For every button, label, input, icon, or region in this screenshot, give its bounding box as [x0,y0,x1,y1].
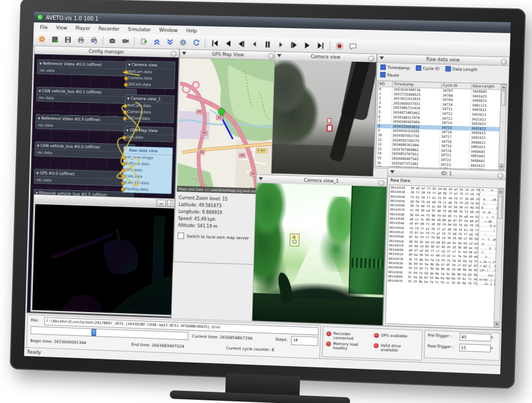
warning-sign [289,234,300,247]
play-backward-icon[interactable] [221,37,235,50]
pre-trigger-input[interactable] [460,333,491,341]
panel-dock-button[interactable] [368,55,374,61]
app-window: AVETO.vis 1.0 100.1 FileViewPlayerRecord… [24,12,511,374]
hex-data-panel: ID: 1 Raw Data: 0014352858 a5 a7 f1 93 3… [383,168,506,331]
menu-recorder[interactable]: Recorder [94,25,124,33]
panel-collapse-icon[interactable] [259,177,263,180]
save-icon[interactable] [61,34,74,46]
dashboard-silhouette [252,293,383,325]
config-node-view[interactable]: ▼Raw data viewref_cam.imageRefCam.dataGP… [122,146,173,194]
road-ref-badge: A8 [201,131,207,136]
pause-icon[interactable] [261,38,274,51]
menu-simulator[interactable]: Simulator [123,26,155,34]
status-light: GPS available [374,333,419,343]
filter-timestamp[interactable]: Timestamp [380,64,410,70]
filter-data-length[interactable]: Data Length [445,66,477,72]
export-data-icon[interactable] [137,35,149,47]
checkbox-icon[interactable] [445,66,451,71]
current-time: Current time: 2656854867296 [192,334,253,341]
status-light: Memory load healthy [326,341,371,351]
print-preview-icon[interactable] [87,34,100,46]
camera1-image [252,183,386,325]
play-icon[interactable] [301,39,314,52]
collapse-all-icon[interactable] [150,35,163,47]
status-text: Ready [27,349,41,355]
truck-silhouette [348,186,387,295]
pre-trigger-label: Pre-Trigger : [428,333,452,339]
app-icon [37,14,44,20]
settings-gear-icon[interactable] [35,32,48,45]
panel-collapse-icon[interactable] [182,52,186,55]
jump-end-icon[interactable] [314,39,327,52]
print-icon[interactable] [74,34,87,46]
cycle-counter: Current cycle counter: 8 [226,346,275,352]
scrollbar-thumb[interactable] [498,196,503,219]
menu-window[interactable]: Window [155,26,182,34]
status-lights: Recorder connectedGPS availableMemory lo… [322,327,422,358]
panel-dock-button[interactable] [378,180,384,186]
toolbar-separator [103,36,103,45]
reload-icon[interactable] [189,36,202,48]
checkbox-icon[interactable] [380,72,385,77]
snapshot-camera-icon[interactable] [105,34,118,46]
raw-data-table[interactable]: NOTimestampCycle IDData Length0265363930… [375,80,501,170]
checkbox-icon[interactable] [415,65,421,71]
import-project-icon[interactable] [48,33,61,45]
toolbar-separator [329,41,330,50]
panel-collapse-icon[interactable] [379,56,384,60]
scroll-down-arrow[interactable]: ▼ [495,322,499,327]
menu-player[interactable]: Player [71,24,95,32]
status-light: Recorder connected [326,331,371,341]
panel-collapse-icon[interactable] [277,54,281,57]
scrollbar-thumb[interactable] [501,91,506,106]
step-backward-icon[interactable] [235,37,248,50]
point-cloud-view[interactable] [32,204,179,316]
frame-backward-icon[interactable] [247,38,261,51]
post-trigger-input[interactable] [459,344,491,352]
scroll-up-arrow[interactable]: ▲ [502,84,506,90]
panel-dock-button[interactable] [501,59,507,64]
config-node-source[interactable]: ▼Reference Video #0.3 (offline)rec.data [36,114,136,131]
config-node-view[interactable]: ▼Camera viewRefCam.dataCamera.data3DCam.… [126,61,176,89]
config-node-view[interactable]: ▼Camera view_1RefCam.dataCamera.data3DCa… [124,94,174,123]
jump-start-icon[interactable] [208,37,221,49]
menu-view[interactable]: View [52,24,71,32]
raw-data-label: Raw Data: [390,178,411,183]
video-camera-icon[interactable] [119,35,131,47]
minimize-button[interactable]: ▁ [156,199,166,206]
record-icon[interactable] [332,39,346,52]
panel-dock-button[interactable] [171,51,177,57]
scroll-down-arrow[interactable]: ▼ [500,164,504,170]
config-manager-panel: Config manager ▼Reference Video #0.0 (of… [27,46,180,318]
monitor-rig: AVETO.vis 1.0 100.1 FileViewPlayerRecord… [0,0,532,403]
step-forward-icon[interactable] [287,38,301,51]
config-node-view[interactable]: ▼GPS Map ViewGPS.data [124,126,174,142]
3d-view-window[interactable]: ▁ ▢ ✕ [30,194,179,318]
preferences-gear-icon[interactable] [177,36,189,48]
road-ref-badge: A8 [238,153,245,158]
panel-dock-button[interactable] [268,53,274,59]
config-node-source[interactable]: ▼Reference Video #0.0 (offline)rec.data [37,59,138,76]
config-node-source[interactable]: ▼GPS #0.0 (offline)rec.data [34,169,135,186]
checkbox-icon[interactable] [380,64,386,70]
osm-server-checkbox-label: Switch to local osm map server [187,234,249,241]
road-ref-badge: A8 [196,109,203,114]
steps-input[interactable] [291,336,319,346]
panel-dock-button[interactable] [497,173,504,179]
filter-pause[interactable]: Pause [380,72,399,78]
chat-icon[interactable] [346,40,359,53]
scroll-up-arrow[interactable]: ▲ [498,188,503,194]
hex-dump[interactable]: 0014352858 a5 a7 f1 93 34 02 b5 af 91 1b… [385,185,498,328]
timeline-thumb[interactable] [92,329,96,336]
begin-time: Begin time: 2653690091344 [30,339,87,346]
config-node-source[interactable]: ▼CAN vehicle_bus #0.0 (offline)rec.data [35,142,135,159]
screen: AVETO.vis 1.0 100.1 FileViewPlayerRecord… [24,12,511,374]
panel-collapse-icon[interactable] [390,170,394,174]
expand-all-icon[interactable] [163,36,176,48]
osm-server-checkbox[interactable] [178,233,184,239]
filter-cycle-id[interactable]: Cycle ID [415,65,439,71]
frame-forward-icon[interactable] [274,38,287,51]
menu-file[interactable]: File [36,23,52,31]
menu-help[interactable]: Help [182,27,202,35]
config-node-source[interactable]: ▼CAN vehicle_bus #0.1 (offline)rec.data [36,87,137,104]
